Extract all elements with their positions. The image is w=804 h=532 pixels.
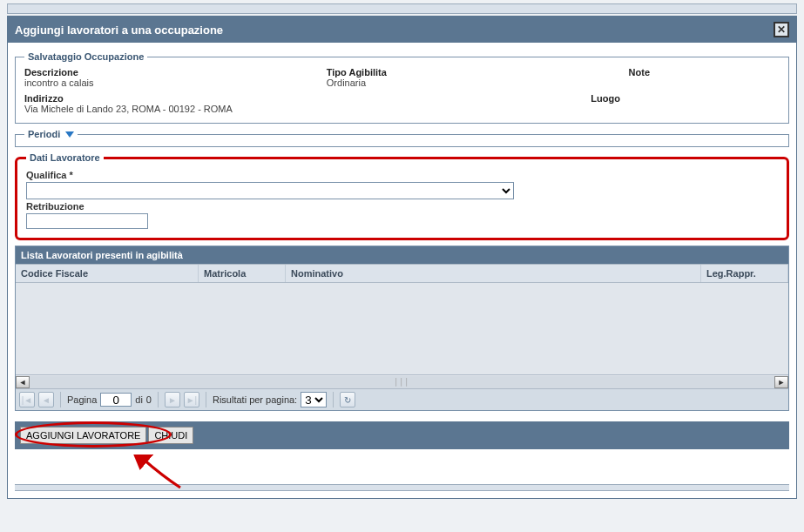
grid-body	[16, 283, 788, 374]
hscroll-right-button[interactable]: ►	[774, 376, 788, 388]
col-matricola[interactable]: Matricola	[199, 265, 286, 282]
total-pages: 0	[146, 394, 152, 405]
qualifica-select[interactable]	[26, 182, 514, 199]
luogo-label: Luogo	[591, 93, 780, 104]
chevron-down-icon	[65, 131, 74, 138]
indirizzo-label: Indirizzo	[24, 93, 591, 104]
pager: |◄ ◄ Pagina di 0 ► ►| Risultati per pagi…	[16, 388, 788, 410]
col-codice-fiscale[interactable]: Codice Fiscale	[16, 265, 199, 282]
salvataggio-fieldset: Salvataggio Occupazione Descrizione inco…	[15, 51, 789, 124]
note-label: Note	[629, 67, 780, 77]
dati-lavoratore-legend: Dati Lavoratore	[26, 152, 104, 163]
grid-hscroll: ◄ │││ ►	[16, 374, 788, 388]
modal-content: Salvataggio Occupazione Descrizione inco…	[8, 43, 796, 498]
modal-header: Aggiungi lavoratori a una occupazione ✕	[8, 17, 796, 43]
pager-sep1	[60, 392, 61, 407]
periodi-legend-text: Periodi	[28, 129, 60, 139]
retribuzione-input[interactable]	[26, 213, 148, 229]
periodi-fieldset: Periodi	[15, 129, 789, 147]
page-label: Pagina	[67, 394, 97, 405]
descrizione-value: incontro a calais	[24, 77, 327, 88]
top-strip	[7, 3, 797, 14]
retribuzione-label: Retribuzione	[26, 201, 778, 212]
tipo-agibilita-label: Tipo Agibilita	[327, 67, 629, 77]
lavoratori-grid: Lista Lavoratori presenti in agibilità C…	[15, 246, 789, 411]
modal-title: Aggiungi lavoratori a una occupazione	[15, 24, 223, 37]
page-input[interactable]	[100, 393, 132, 407]
indirizzo-value: Via Michele di Lando 23, ROMA - 00192 - …	[24, 104, 591, 114]
col-nominativo[interactable]: Nominativo	[286, 265, 701, 282]
next-page-button[interactable]: ►	[165, 392, 180, 407]
refresh-button[interactable]: ↻	[340, 392, 355, 407]
grid-title: Lista Lavoratori presenti in agibilità	[16, 246, 788, 264]
periodi-legend[interactable]: Periodi	[24, 129, 78, 139]
prev-page-button[interactable]: ◄	[38, 392, 54, 407]
footer-bar: AGGIUNGI LAVORATORE CHIUDI	[15, 421, 789, 449]
grid-header: Codice Fiscale Matricola Nominativo Leg.…	[16, 264, 788, 283]
modal: Aggiungi lavoratori a una occupazione ✕ …	[7, 16, 797, 499]
of-label: di	[135, 394, 143, 405]
bottom-strip	[15, 484, 789, 491]
aggiungi-lavoratore-button[interactable]: AGGIUNGI LAVORATORE	[20, 427, 146, 444]
descrizione-label: Descrizione	[24, 67, 327, 77]
salvataggio-legend: Salvataggio Occupazione	[24, 51, 147, 62]
close-icon[interactable]: ✕	[774, 22, 789, 37]
chiudi-button[interactable]: CHIUDI	[148, 427, 193, 444]
col-leg-rappr[interactable]: Leg.Rappr.	[701, 265, 788, 282]
hscroll-left-button[interactable]: ◄	[16, 376, 30, 388]
last-page-button[interactable]: ►|	[184, 392, 199, 407]
results-per-page-select[interactable]: 3	[301, 392, 327, 407]
first-page-button[interactable]: |◄	[19, 392, 35, 407]
results-per-page-label: Risultati per pagina:	[213, 394, 297, 405]
qualifica-label: Qualifica *	[26, 170, 778, 180]
tipo-agibilita-value: Ordinaria	[327, 77, 629, 88]
pager-sep4	[333, 392, 334, 407]
dati-lavoratore-fieldset: Dati Lavoratore Qualifica * Retribuzione	[15, 152, 789, 240]
hscroll-track[interactable]: │││	[30, 376, 774, 388]
pager-sep2	[158, 392, 159, 407]
refresh-icon: ↻	[344, 395, 351, 405]
pager-sep3	[206, 392, 206, 407]
